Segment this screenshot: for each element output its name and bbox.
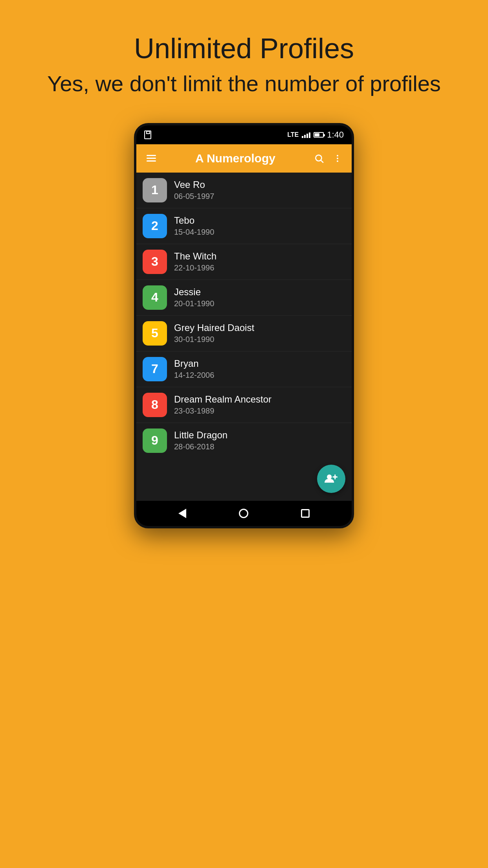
svg-point-2 [337, 155, 338, 156]
svg-point-4 [337, 160, 338, 162]
app-bar: A Numerology [136, 144, 352, 173]
recents-icon [301, 509, 310, 518]
profile-list-item[interactable]: 5Grey Haired Daoist30-01-1990 [136, 316, 352, 351]
profile-name: Tebo [174, 215, 345, 226]
menu-button[interactable] [143, 152, 159, 165]
fab-area [136, 458, 352, 501]
profile-badge: 7 [143, 357, 167, 381]
profile-info: The Witch22-10-1996 [174, 251, 345, 272]
home-button[interactable] [239, 509, 248, 518]
battery-icon [314, 132, 324, 138]
profile-info: Tebo15-04-1990 [174, 215, 345, 237]
profile-date: 20-01-1990 [174, 299, 345, 308]
add-person-icon [325, 473, 338, 485]
profile-date: 30-01-1990 [174, 335, 345, 344]
profile-name: Jessie [174, 287, 345, 298]
status-left [144, 131, 151, 139]
time-display: 1:40 [327, 130, 344, 140]
profile-list-item[interactable]: 2Tebo15-04-1990 [136, 208, 352, 244]
profile-badge: 1 [143, 178, 167, 202]
profile-name: Vee Ro [174, 179, 345, 190]
svg-point-5 [327, 474, 332, 479]
profile-name: Bryan [174, 358, 345, 369]
profile-list-item[interactable]: 1Vee Ro06-05-1997 [136, 173, 352, 208]
profile-info: Grey Haired Daoist30-01-1990 [174, 322, 345, 344]
profile-list-item[interactable]: 7Bryan14-12-2006 [136, 351, 352, 387]
more-button[interactable] [330, 151, 345, 166]
lte-indicator: LTE [287, 131, 299, 138]
back-icon [178, 509, 186, 518]
app-bar-actions [312, 151, 345, 166]
profile-badge: 8 [143, 393, 167, 417]
page-header: Unlimited Profiles Yes, we don't limit t… [47, 31, 441, 99]
add-profile-button[interactable] [317, 465, 345, 493]
home-icon [239, 509, 248, 518]
profile-list: 1Vee Ro06-05-19972Tebo15-04-19903The Wit… [136, 173, 352, 458]
profile-badge: 5 [143, 321, 167, 346]
profile-list-item[interactable]: 3The Witch22-10-1996 [136, 244, 352, 280]
svg-line-1 [321, 160, 323, 163]
back-button[interactable] [178, 509, 186, 518]
profile-list-item[interactable]: 4Jessie20-01-1990 [136, 280, 352, 316]
profile-info: Little Dragon28-06-2018 [174, 430, 345, 451]
profile-name: Grey Haired Daoist [174, 322, 345, 333]
profile-date: 14-12-2006 [174, 371, 345, 380]
profile-name: Dream Realm Ancestor [174, 394, 345, 405]
svg-point-3 [337, 158, 338, 159]
header-title: Unlimited Profiles [47, 31, 441, 65]
profile-info: Dream Realm Ancestor23-03-1989 [174, 394, 345, 416]
profile-info: Jessie20-01-1990 [174, 287, 345, 308]
profile-list-item[interactable]: 8Dream Realm Ancestor23-03-1989 [136, 387, 352, 423]
profile-name: Little Dragon [174, 430, 345, 441]
profile-list-item[interactable]: 9Little Dragon28-06-2018 [136, 423, 352, 458]
sd-card-icon [144, 131, 151, 139]
signal-icon [302, 132, 310, 138]
profile-badge: 3 [143, 250, 167, 274]
svg-point-0 [316, 155, 321, 161]
profile-date: 28-06-2018 [174, 442, 345, 451]
recents-button[interactable] [301, 509, 310, 518]
header-subtitle: Yes, we don't limit the number of profil… [47, 68, 441, 99]
app-title: A Numerology [159, 152, 312, 165]
status-bar: LTE 1:40 [136, 125, 352, 144]
profile-badge: 9 [143, 428, 167, 453]
nav-bar [136, 501, 352, 526]
search-button[interactable] [312, 151, 327, 166]
profile-info: Vee Ro06-05-1997 [174, 179, 345, 201]
profile-date: 15-04-1990 [174, 228, 345, 237]
profile-date: 23-03-1989 [174, 406, 345, 416]
profile-date: 06-05-1997 [174, 192, 345, 201]
profile-badge: 2 [143, 214, 167, 238]
profile-date: 22-10-1996 [174, 263, 345, 272]
status-right: LTE 1:40 [287, 130, 344, 140]
profile-name: The Witch [174, 251, 345, 262]
profile-badge: 4 [143, 285, 167, 310]
profile-info: Bryan14-12-2006 [174, 358, 345, 380]
phone-mockup: LTE 1:40 A Numerology [134, 123, 354, 528]
